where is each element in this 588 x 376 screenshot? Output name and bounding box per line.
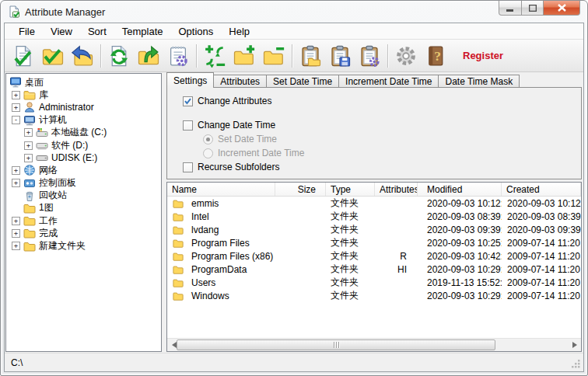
- menu-template[interactable]: Template: [114, 26, 171, 37]
- tab-settings[interactable]: Settings: [166, 72, 214, 88]
- close-button[interactable]: [544, 1, 580, 16]
- tree-item-control-panel[interactable]: + 控制面板: [6, 177, 161, 190]
- expander-icon[interactable]: +: [12, 217, 20, 225]
- resize-grip[interactable]: [571, 359, 581, 369]
- apply-to-files-button[interactable]: [9, 41, 38, 71]
- horizontal-scrollbar[interactable]: [167, 338, 581, 351]
- tab-label: Date Time Mask: [445, 76, 513, 87]
- expander-icon[interactable]: [12, 191, 20, 200]
- expander-icon[interactable]: -: [12, 116, 20, 124]
- clipboard-save-icon: [328, 44, 352, 68]
- network-icon: [23, 164, 36, 176]
- right-arrow-icon: [572, 342, 577, 348]
- tree-item-1tu[interactable]: 1图: [6, 202, 161, 214]
- folder-tree: 桌面 + 库 + Administrator - 计算机 + 本地磁盘 (C:): [5, 73, 162, 352]
- notes-settings-button[interactable]: [163, 41, 193, 71]
- file-created: 2009-07-14 11:20: [502, 277, 581, 288]
- help-button[interactable]: ?: [421, 41, 450, 71]
- tree-item-recycle-bin[interactable]: 回收站: [6, 190, 161, 202]
- apply-to-folders-button[interactable]: [38, 41, 68, 71]
- tree-item-drive-c[interactable]: + 本地磁盘 (C:): [6, 127, 161, 139]
- tree-item-computer[interactable]: - 计算机: [6, 114, 161, 127]
- table-row[interactable]: Intel 文件夹 2020-09-03 08:39:02 2020-09-03…: [167, 210, 581, 223]
- add-folder-button[interactable]: [229, 41, 259, 71]
- change-date-time-checkbox[interactable]: Change Date Time: [183, 120, 275, 131]
- expander-icon[interactable]: +: [12, 91, 20, 99]
- expander-icon[interactable]: +: [24, 154, 33, 162]
- column-header-type[interactable]: Type: [326, 183, 375, 196]
- options-button[interactable]: [391, 41, 421, 71]
- tab-label: Attributes: [220, 76, 260, 87]
- tab-label: Settings: [173, 75, 207, 86]
- table-row[interactable]: emmis 文件夹 2020-09-03 10:12:15 2020-09-03…: [167, 197, 581, 210]
- table-row[interactable]: Users 文件夹 2019-11-13 15:52:55 2009-07-14…: [167, 276, 581, 289]
- remove-folder-button[interactable]: [259, 41, 289, 71]
- menu-file[interactable]: File: [11, 26, 43, 37]
- scrollbar-thumb[interactable]: [177, 339, 495, 350]
- tab-date-time-mask[interactable]: Date Time Mask: [438, 75, 520, 88]
- menu-sort[interactable]: Sort: [80, 26, 114, 37]
- column-header-created[interactable]: Created: [502, 183, 581, 196]
- table-row[interactable]: Program Files 文件夹 2020-09-03 10:25:25 20…: [167, 236, 581, 249]
- minimize-button[interactable]: [499, 1, 522, 16]
- recurse-subfolders-checkbox[interactable]: Recurse Subfolders: [183, 162, 279, 172]
- expander-icon[interactable]: +: [24, 128, 33, 137]
- tree-item-drive-d[interactable]: + 软件 (D:): [6, 139, 161, 151]
- column-header-size[interactable]: Size: [275, 183, 326, 196]
- column-header-name[interactable]: Name: [167, 183, 275, 196]
- expander-icon[interactable]: [12, 204, 20, 212]
- expander-icon[interactable]: +: [24, 141, 33, 150]
- scrollbar-grip-icon: [336, 342, 337, 348]
- refresh-button[interactable]: [104, 41, 134, 71]
- scroll-right-button[interactable]: [568, 339, 581, 351]
- save-template-button[interactable]: [325, 41, 355, 71]
- folder-undo-icon: [71, 44, 94, 68]
- tab-attributes[interactable]: Attributes: [213, 75, 267, 88]
- expander-icon[interactable]: +: [12, 166, 20, 175]
- expander-icon[interactable]: +: [12, 179, 20, 187]
- tree-item-new-folder[interactable]: + 新建文件夹: [6, 239, 161, 252]
- increment-date-time-radio: Increment Date Time: [203, 148, 304, 158]
- menu-options[interactable]: Options: [171, 26, 222, 37]
- tree-item-drive-e[interactable]: + UDISK (E:): [6, 151, 161, 164]
- template-options-button[interactable]: [355, 41, 384, 71]
- parent-folder-button[interactable]: [134, 41, 163, 71]
- folder-minus-icon: [262, 44, 285, 68]
- undo-folder-button[interactable]: [68, 41, 97, 71]
- tree-item-libraries[interactable]: + 库: [6, 89, 161, 101]
- column-header-attributes[interactable]: Attributes: [375, 183, 418, 196]
- gear-icon: [394, 44, 418, 68]
- tab-label: Increment Date Time: [345, 76, 432, 87]
- tree-item-administrator[interactable]: + Administrator: [6, 101, 161, 113]
- expander-icon[interactable]: +: [12, 103, 20, 112]
- app-icon: [8, 5, 20, 18]
- expander-icon[interactable]: +: [12, 242, 20, 250]
- tree-item-wancheng[interactable]: + 完成: [6, 227, 161, 239]
- expander-icon[interactable]: +: [12, 229, 20, 238]
- tab-set-date-time[interactable]: Set Date Time: [266, 75, 339, 88]
- tree-item-network[interactable]: + 网络: [6, 164, 161, 176]
- maximize-button[interactable]: [522, 1, 544, 16]
- table-row[interactable]: ProgramData 文件夹 HI 2020-09-03 10:29:33 2…: [167, 263, 581, 276]
- tab-increment-date-time[interactable]: Increment Date Time: [338, 75, 439, 88]
- menu-help[interactable]: Help: [221, 26, 257, 37]
- tree-item-label: UDISK (E:): [51, 152, 97, 163]
- tree-item-label: 桌面: [25, 76, 44, 89]
- tree-item-desktop[interactable]: 桌面: [6, 76, 161, 89]
- menu-view[interactable]: View: [43, 26, 80, 37]
- user-icon: [23, 101, 36, 113]
- load-template-button[interactable]: [296, 41, 325, 71]
- table-row[interactable]: lvdang 文件夹 2020-09-03 09:39:07 2020-09-0…: [167, 223, 581, 236]
- tree-item-label: 网络: [39, 164, 58, 177]
- table-row[interactable]: Program Files (x86) 文件夹 R 2020-09-03 10:…: [167, 249, 581, 263]
- increment-decrement-button[interactable]: [200, 41, 229, 71]
- radio-label: Set Date Time: [218, 134, 277, 144]
- column-header-modified[interactable]: Modified: [418, 183, 502, 196]
- register-link[interactable]: Register: [463, 50, 503, 61]
- folder-up-icon: [137, 44, 160, 68]
- tree-item-gongzuo[interactable]: + 工作: [6, 214, 161, 227]
- change-attributes-checkbox[interactable]: Change Attributes: [183, 96, 271, 106]
- table-row[interactable]: Windows 文件夹 2020-09-03 10:29:33 2009-07-…: [167, 289, 581, 302]
- app-window: Attribute Manager File View Sort Templat…: [0, 0, 588, 376]
- title-bar: Attribute Manager: [1, 1, 587, 23]
